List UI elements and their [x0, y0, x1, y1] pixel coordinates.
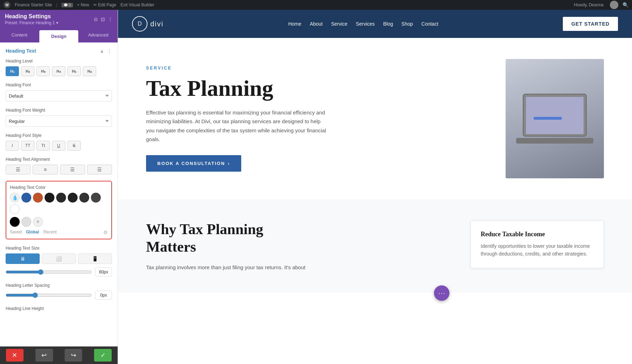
letter-spacing-slider[interactable] — [6, 292, 92, 298]
mobile-device-button[interactable]: 📱 — [78, 253, 112, 264]
capitalize-button[interactable]: Tt — [37, 141, 50, 151]
why-description: Tax planning involves more than just fil… — [146, 263, 456, 272]
heading-font-style-group: Heading Font Style I TT Tt U S — [6, 133, 112, 151]
search-icon[interactable]: 🔍 — [623, 2, 628, 8]
color-swatch-blue[interactable] — [21, 193, 31, 203]
site-name-link[interactable]: Finance Starter Site — [15, 2, 52, 7]
topbar: W Finance Starter Site | 💬 0 + New ✏ Edi… — [0, 0, 632, 10]
align-left-button[interactable]: ☰ — [6, 165, 31, 174]
underline-button[interactable]: U — [52, 141, 65, 151]
focus-mode-icon[interactable]: ⊙ — [94, 16, 98, 22]
laptop-svg — [516, 87, 593, 150]
get-started-button[interactable]: GET STARTED — [563, 17, 618, 31]
color-settings-icon[interactable]: ⚙ — [103, 230, 108, 235]
align-right-button[interactable]: ☰ — [60, 165, 85, 174]
color-swatch-dark4[interactable] — [79, 193, 89, 203]
main-layout: Heading Settings Preset: Finance Heading… — [0, 10, 632, 364]
text-size-slider[interactable] — [6, 269, 92, 275]
tab-design[interactable]: Design — [39, 30, 78, 42]
italic-button[interactable]: I — [6, 141, 19, 151]
topbar-separator: | — [56, 2, 57, 7]
desktop-device-button[interactable]: 🖥 — [6, 253, 40, 264]
logo-text: divi — [150, 20, 164, 28]
nav-blog[interactable]: Blog — [383, 21, 393, 27]
heading-level-label: Heading Level — [6, 59, 112, 64]
page-content-area: D divi Home About Service Services Blog … — [118, 10, 632, 364]
hero-section: SERVICE Tax Planning Effective tax plann… — [118, 38, 632, 199]
heading-line-height-group: Heading Line Height — [6, 306, 112, 311]
save-button[interactable]: ✓ — [94, 349, 112, 362]
letter-spacing-value: 0px — [95, 291, 112, 300]
saved-tab[interactable]: Saved — [10, 230, 22, 235]
why-section: Why Tax PlanningMatters Tax planning inv… — [118, 199, 632, 293]
uppercase-button[interactable]: TT — [21, 141, 34, 151]
section-options-icon[interactable]: ⋮ — [107, 48, 112, 54]
heading-text-color-section: Heading Text Color 💧 + — [6, 181, 112, 239]
svg-rect-3 — [516, 138, 593, 144]
nav-services[interactable]: Services — [356, 21, 375, 27]
h5-button[interactable]: H₅ — [67, 66, 81, 76]
global-tab[interactable]: Global — [26, 230, 39, 235]
color-swatch-light[interactable] — [21, 217, 31, 227]
expand-icon[interactable]: ⊡ — [101, 16, 105, 22]
eyedropper-tool[interactable]: 💧 — [10, 193, 20, 203]
nav-shop[interactable]: Shop — [401, 21, 413, 27]
redo-button[interactable]: ↪ — [65, 349, 82, 362]
heading-font-weight-select[interactable]: Regular — [6, 115, 112, 127]
svg-rect-2 — [534, 117, 562, 120]
heading-font-select[interactable]: Default — [6, 90, 112, 101]
device-buttons: 🖥 ⬜ 📱 — [6, 253, 112, 264]
heading-alignment-label: Heading Text Alignment — [6, 157, 112, 162]
undo-button[interactable]: ↩ — [35, 349, 53, 362]
h4-button[interactable]: H₄ — [52, 66, 65, 76]
logo-circle: D — [132, 16, 147, 32]
cancel-button[interactable]: ✕ — [6, 349, 24, 362]
laptop-illustration — [506, 59, 604, 178]
sidebar-content: Heading Text ▲ ⋮ Heading Level H₁ H₂ H₃ … — [0, 42, 118, 346]
letter-spacing-slider-row: 0px — [6, 291, 112, 300]
edit-page-link[interactable]: ✏ Edit Page — [93, 2, 116, 7]
exit-visual-builder-link[interactable]: Exit Visual Builder — [120, 2, 154, 7]
nav-about[interactable]: About — [310, 21, 323, 27]
h2-button[interactable]: H₂ — [21, 66, 34, 76]
hero-cta-label: BOOK A CONSULTATION — [157, 161, 225, 166]
add-color-button[interactable]: + — [33, 217, 43, 227]
h6-button[interactable]: H₆ — [83, 66, 96, 76]
new-button[interactable]: + New — [77, 2, 89, 7]
heading-font-weight-label: Heading Font Weight — [6, 108, 112, 113]
sidebar-tabs: Content Design Advanced — [0, 29, 118, 42]
wp-logo-icon[interactable]: W — [4, 1, 11, 8]
sidebar-header: Heading Settings Preset: Finance Heading… — [0, 10, 118, 29]
floating-action-button[interactable]: ⋯ — [434, 285, 449, 301]
comment-count-badge[interactable]: 💬 0 — [61, 3, 73, 7]
tablet-device-button[interactable]: ⬜ — [42, 253, 76, 264]
color-swatches-row2: + — [10, 217, 108, 227]
heading-font-group: Heading Font Default — [6, 82, 112, 101]
color-swatch-white[interactable] — [10, 204, 20, 214]
collapse-section-icon[interactable]: ▲ — [99, 48, 104, 54]
sidebar-preset-selector[interactable]: Preset: Finance Heading 1 ▾ — [5, 20, 58, 25]
nav-service[interactable]: Service — [331, 21, 348, 27]
hero-cta-button[interactable]: BOOK A CONSULTATION › — [146, 155, 241, 172]
align-justify-button[interactable]: ☰ — [87, 165, 112, 174]
recent-tab[interactable]: Recent — [43, 230, 57, 235]
tab-content[interactable]: Content — [0, 29, 39, 42]
text-size-slider-row: 80px — [6, 267, 112, 277]
color-swatch-black[interactable] — [10, 217, 20, 227]
align-center-button[interactable]: ≡ — [33, 165, 58, 174]
why-title: Why Tax PlanningMatters — [146, 220, 456, 256]
card-section: Reduce Taxable Income Identify opportuni… — [470, 220, 604, 268]
h3-button[interactable]: H₃ — [37, 66, 50, 76]
color-swatch-dark3[interactable] — [68, 193, 78, 203]
color-swatch-dark5[interactable] — [91, 193, 101, 203]
color-swatch-orange[interactable] — [33, 193, 43, 203]
color-swatch-dark2[interactable] — [56, 193, 66, 203]
nav-home[interactable]: Home — [288, 21, 301, 27]
strikethrough-button[interactable]: S — [67, 141, 81, 151]
color-swatch-dark1[interactable] — [45, 193, 54, 203]
h1-button[interactable]: H₁ — [6, 66, 19, 76]
tab-advanced[interactable]: Advanced — [79, 29, 118, 42]
more-options-icon[interactable]: ⋮ — [108, 16, 113, 22]
nav-contact[interactable]: Contact — [421, 21, 438, 27]
sidebar-footer: ✕ ↩ ↪ ✓ — [0, 346, 118, 364]
